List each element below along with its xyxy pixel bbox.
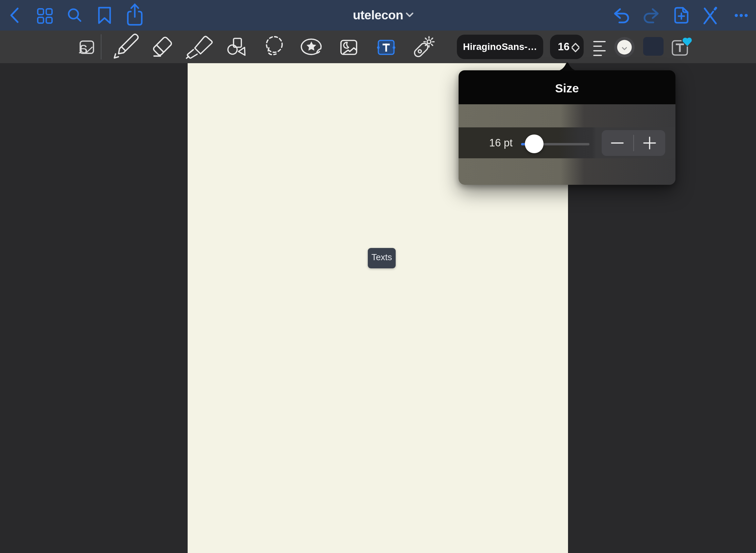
svg-text:a: a <box>79 39 88 57</box>
